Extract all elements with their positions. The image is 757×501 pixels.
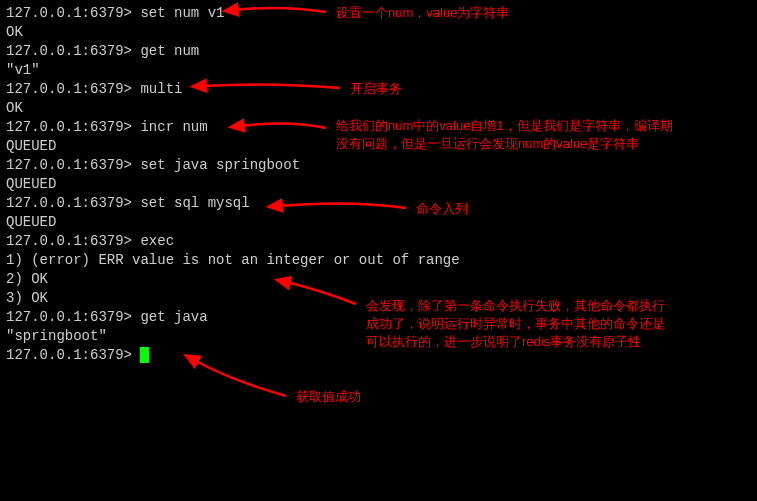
arrow-icon [194,360,286,396]
output-text: QUEUED [6,213,56,232]
prompt: 127.0.0.1:6379> [6,308,140,327]
terminal-line: QUEUED [6,137,751,156]
terminal-line: 2) OK [6,270,751,289]
output-text: OK [6,99,23,118]
terminal-line: 127.0.0.1:6379> [6,346,751,365]
terminal-line: 127.0.0.1:6379> set sql mysql [6,194,751,213]
terminal-line: 127.0.0.1:6379> set java springboot [6,156,751,175]
prompt: 127.0.0.1:6379> [6,80,140,99]
annotation-label: 获取值成功 [296,388,361,406]
command-text: set num v1 [140,4,224,23]
command-text: multi [140,80,182,99]
prompt: 127.0.0.1:6379> [6,42,140,61]
terminal-line: 127.0.0.1:6379> get num [6,42,751,61]
output-text: 2) OK [6,270,48,289]
command-text: set sql mysql [140,194,249,213]
terminal-line: "springboot" [6,327,751,346]
terminal-line: QUEUED [6,175,751,194]
terminal-line: 127.0.0.1:6379> exec [6,232,751,251]
command-text: get java [140,308,207,327]
command-text: get num [140,42,199,61]
output-text: "springboot" [6,327,107,346]
prompt: 127.0.0.1:6379> [6,156,140,175]
terminal-line: 1) (error) ERR value is not an integer o… [6,251,751,270]
prompt: 127.0.0.1:6379> [6,4,140,23]
terminal-line: 127.0.0.1:6379> get java [6,308,751,327]
prompt: 127.0.0.1:6379> [6,118,140,137]
command-text: exec [140,232,174,251]
output-text: "v1" [6,61,40,80]
prompt: 127.0.0.1:6379> [6,194,140,213]
prompt: 127.0.0.1:6379> [6,232,140,251]
terminal-line: 3) OK [6,289,751,308]
terminal-line: 127.0.0.1:6379> multi [6,80,751,99]
output-text: 1) (error) ERR value is not an integer o… [6,251,460,270]
terminal-output: 127.0.0.1:6379> set num v1OK127.0.0.1:63… [6,4,751,365]
terminal-line: "v1" [6,61,751,80]
cursor[interactable] [140,347,149,363]
command-text: incr num [140,118,207,137]
output-text: 3) OK [6,289,48,308]
terminal-line: QUEUED [6,213,751,232]
terminal-line: 127.0.0.1:6379> set num v1 [6,4,751,23]
prompt: 127.0.0.1:6379> [6,346,140,365]
command-text: set java springboot [140,156,300,175]
terminal-line: OK [6,23,751,42]
terminal-line: OK [6,99,751,118]
output-text: OK [6,23,23,42]
output-text: QUEUED [6,175,56,194]
terminal-line: 127.0.0.1:6379> incr num [6,118,751,137]
output-text: QUEUED [6,137,56,156]
